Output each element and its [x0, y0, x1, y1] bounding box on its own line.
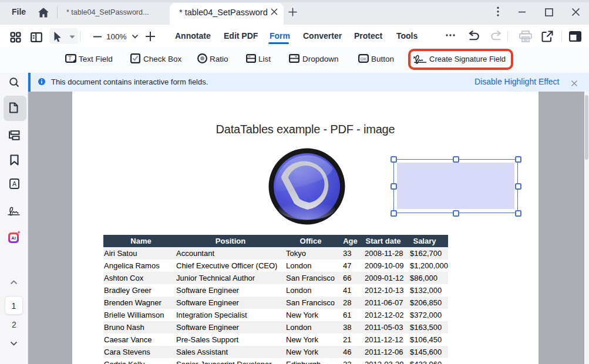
- svg-text:A: A: [12, 180, 16, 187]
- svg-text:T: T: [68, 55, 72, 62]
- svg-text:AI: AI: [11, 235, 16, 241]
- svg-text:OK: OK: [360, 56, 367, 62]
